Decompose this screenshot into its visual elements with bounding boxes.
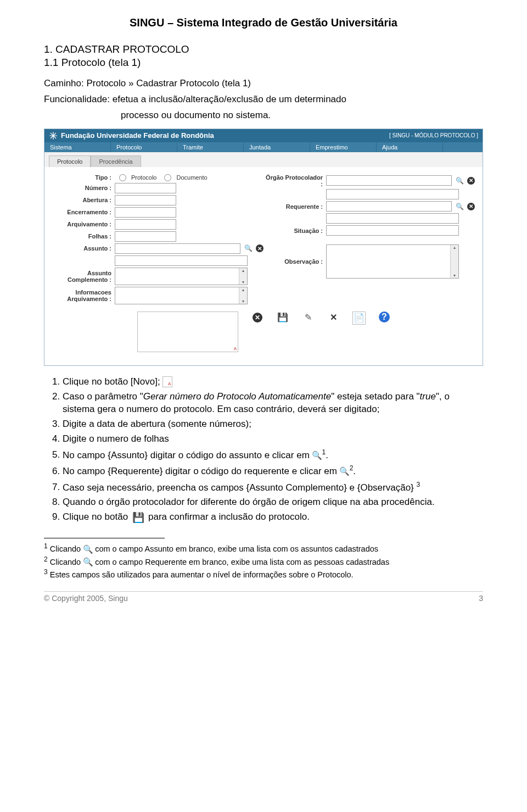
edit-icon[interactable]: ✎ xyxy=(302,312,314,324)
search-icon: 🔍 xyxy=(83,544,93,554)
page-number: 3 xyxy=(479,594,483,603)
search-icon[interactable]: 🔍 xyxy=(455,202,464,211)
menu-protocolo[interactable]: Protocolo xyxy=(111,142,177,152)
new-icon xyxy=(162,376,172,387)
input-situacao[interactable] xyxy=(326,225,459,236)
cancel-icon[interactable]: ✕ xyxy=(251,312,264,324)
footnote-separator xyxy=(44,538,165,538)
label-assunto: Assunto : xyxy=(52,245,111,252)
menu-ajuda[interactable]: Ajuda xyxy=(377,142,443,152)
input-requerente[interactable] xyxy=(326,201,452,212)
label-numero: Número : xyxy=(52,185,111,191)
label-info-arq: Informacoes Arquivamento : xyxy=(52,289,111,302)
label-requerente: Requerente : xyxy=(264,203,323,210)
label-situacao: Situação : xyxy=(264,227,323,234)
input-orgao-prot[interactable] xyxy=(326,175,452,186)
tab-protocolo[interactable]: Protocolo xyxy=(49,155,91,167)
footnote-2: 2 Clicando 🔍 com o campo Requerente em b… xyxy=(44,555,483,568)
step-3: Digite a data de abertura (somente númer… xyxy=(63,418,483,431)
save-icon[interactable]: 💾 xyxy=(277,312,289,324)
label-abertura: Abertura : xyxy=(52,197,111,203)
label-orgao-prot: Órgão Protocolador : xyxy=(264,174,323,187)
menu-juntada[interactable]: Juntada xyxy=(244,142,310,152)
save-icon: 💾 xyxy=(133,513,143,522)
input-assunto-desc[interactable] xyxy=(115,255,248,266)
step-6: No campo {Requerente} digitar o código d… xyxy=(63,464,483,478)
search-icon[interactable]: 🔍 xyxy=(244,244,253,253)
clear-icon[interactable]: ✕ xyxy=(467,177,475,185)
radio-protocolo[interactable] xyxy=(119,174,126,181)
new-icon[interactable] xyxy=(137,312,238,352)
input-requerente-desc[interactable] xyxy=(326,213,459,224)
functionality-line: Funcionalidade: efetua a inclusão/altera… xyxy=(44,93,483,106)
input-abertura[interactable] xyxy=(115,195,176,205)
app-menu: Sistema Protocolo Tramite Juntada Empres… xyxy=(44,142,483,152)
app-form: Tipo : Protocolo Documento Número : Aber… xyxy=(44,167,483,365)
label-tipo: Tipo : xyxy=(52,174,111,181)
app-header: Fundação Universidade Federal de Rondôni… xyxy=(44,129,483,142)
doc-title: SINGU – Sistema Integrado de Gestão Univ… xyxy=(44,16,483,29)
page-icon[interactable]: 📄 xyxy=(352,312,366,325)
section-heading-1: 1. CADASTRAR PROTOCOLO xyxy=(44,43,483,55)
app-tabs: Protocolo Procedência xyxy=(44,152,483,167)
label-arquivamento: Arquivamento : xyxy=(52,221,111,227)
input-assunto-comp[interactable]: ▴▾ xyxy=(115,268,248,285)
module-label: [ SINGU - MÓDULO PROTOCOLO ] xyxy=(389,132,478,138)
step-9: Clique no botão 💾 para confirmar a inclu… xyxy=(63,511,483,524)
input-orgao-desc[interactable] xyxy=(326,189,459,199)
step-1: Clique no botão [Novo]; xyxy=(63,376,483,388)
radio-documento[interactable] xyxy=(164,174,171,181)
clear-icon[interactable]: ✕ xyxy=(467,203,475,210)
input-info-arq[interactable]: ▴▾ xyxy=(115,287,248,304)
input-arquivamento[interactable] xyxy=(115,219,176,230)
app-logo-icon xyxy=(49,131,58,140)
search-icon: 🔍 xyxy=(83,558,93,568)
tab-procedencia[interactable]: Procedência xyxy=(91,155,141,167)
copyright: © Copyright 2005, Singu xyxy=(44,594,128,603)
page-footer: © Copyright 2005, Singu 3 xyxy=(44,591,483,603)
functionality-line-2: processo ou documento no sistema. xyxy=(121,109,483,122)
step-8: Quando o órgão protocolador for diferent… xyxy=(63,496,483,509)
radio-documento-label: Documento xyxy=(176,174,207,181)
delete-icon[interactable]: ✕ xyxy=(327,312,339,324)
menu-tramite[interactable]: Tramite xyxy=(177,142,244,152)
input-observacao[interactable]: ▴▾ xyxy=(326,244,459,279)
footnote-3: 3 Estes campos são utilizados para aumen… xyxy=(44,568,483,580)
label-encerramento: Encerramento : xyxy=(52,209,111,215)
section-heading-2: 1.1 Protocolo (tela 1) xyxy=(44,57,483,69)
search-icon: 🔍 xyxy=(340,466,350,476)
org-name: Fundação Universidade Federal de Rondôni… xyxy=(61,131,214,140)
radio-protocolo-label: Protocolo xyxy=(131,174,156,181)
step-5: No campo {Assunto} digitar o código do a… xyxy=(63,448,483,462)
input-assunto[interactable] xyxy=(115,243,240,254)
label-folhas: Folhas : xyxy=(52,233,111,240)
help-icon[interactable]: ? xyxy=(379,312,390,322)
app-screenshot: Fundação Universidade Federal de Rondôni… xyxy=(44,129,483,366)
menu-emprestimo[interactable]: Emprestimo xyxy=(310,142,377,152)
search-icon: 🔍 xyxy=(312,451,322,460)
footnote-1: 1 Clicando 🔍 com o campo Assunto em bran… xyxy=(44,542,483,554)
search-icon[interactable]: 🔍 xyxy=(455,176,464,185)
menu-sistema[interactable]: Sistema xyxy=(44,142,111,152)
steps-list: Clique no botão [Novo]; Caso o parâmetro… xyxy=(44,376,483,524)
step-7: Caso seja necessário, preencha os campos… xyxy=(63,480,483,494)
step-4: Digite o numero de folhas xyxy=(63,433,483,446)
form-toolbar: ✕ 💾 ✎ ✕ 📄 ? xyxy=(52,306,475,361)
input-numero[interactable] xyxy=(115,183,176,193)
label-observacao: Observação : xyxy=(264,258,323,265)
label-assunto-comp: Assunto Complemento : xyxy=(52,270,111,283)
step-2: Caso o parâmetro "Gerar número do Protoc… xyxy=(63,391,483,416)
path-line: Caminho: Protocolo » Cadastrar Protocolo… xyxy=(44,77,483,90)
input-encerramento[interactable] xyxy=(115,207,176,218)
clear-icon[interactable]: ✕ xyxy=(256,244,264,252)
input-folhas[interactable] xyxy=(115,231,176,242)
footnotes: 1 Clicando 🔍 com o campo Assunto em bran… xyxy=(44,542,483,580)
